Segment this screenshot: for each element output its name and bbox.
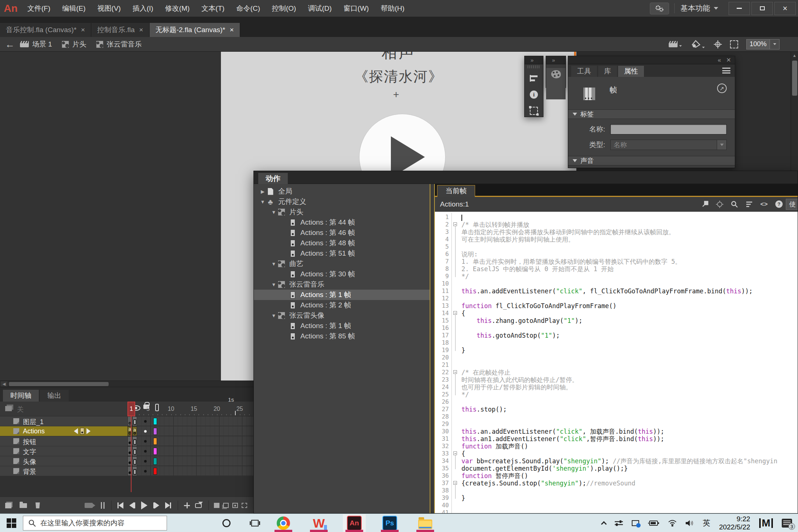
edit-scene-button[interactable] [669,41,683,47]
current-frame-tab[interactable]: 当前帧 [437,185,475,197]
frame-cell-1[interactable] [127,416,132,426]
menu-item[interactable]: 修改(M) [159,0,195,17]
breadcrumb-item[interactable]: 片头 [62,40,86,49]
insert-frame-button[interactable] [184,502,190,508]
tree-down-arrow-icon[interactable]: ▼ [259,199,266,205]
next-keyframe-icon[interactable] [86,428,91,434]
go-to-first-frame-button[interactable] [117,502,123,509]
menu-item[interactable]: 调试(D) [302,0,337,17]
tree-item[interactable]: ▼曲艺 [254,259,430,269]
layer-outline-color[interactable] [153,468,157,475]
tree-item[interactable]: Actions : 第 1 帧 [254,290,430,300]
color-panel-button[interactable] [550,68,562,81]
pin-script-button[interactable] [701,200,709,208]
tree-down-arrow-icon[interactable]: ▼ [270,282,277,287]
tab-close-icon[interactable]: × [81,26,85,34]
label-type-select[interactable]: 名称 [610,140,727,150]
fold-toggle-icon[interactable] [453,311,457,315]
layer-outline-color[interactable] [153,438,157,445]
taskbar-app-chrome-icon[interactable] [272,514,295,532]
tree-item[interactable]: Actions : 第 30 帧 [254,269,430,279]
tree-item[interactable]: Actions : 第 44 帧 [254,217,430,228]
sync-settings-button[interactable] [650,3,669,14]
search-input[interactable] [40,519,151,527]
frame-cell-1[interactable] [127,456,132,466]
layer-depth-button[interactable] [101,502,105,509]
taskbar-clock[interactable]: 9:22 2022/5/22 [719,515,750,531]
stage-zoom-select[interactable]: 100% [746,39,780,50]
frame-cell-2[interactable]: a [132,426,137,436]
camera-button[interactable] [85,503,93,508]
layer-outline-color[interactable] [153,418,157,425]
workspace-switcher[interactable]: 基本功能 [674,3,718,13]
sound-section-header[interactable]: 声音 [568,156,735,166]
notification-center-button[interactable]: 3 [782,519,792,528]
frame-cell-2[interactable] [132,466,137,476]
loop-playback-button[interactable] [195,503,202,508]
timeline-tab-输出[interactable]: 输出 [40,390,69,402]
minimize-button[interactable] [729,2,750,15]
layer-lock-dot[interactable] [144,430,147,433]
label-section-header[interactable]: 标签 [568,109,735,119]
menu-item[interactable]: 文本(T) [195,0,230,17]
menu-item[interactable]: 帮助(H) [375,0,410,17]
panel-tab-库[interactable]: 库 [598,66,617,77]
frame-label-name-input[interactable] [610,124,727,134]
fold-toggle-icon[interactable] [453,222,457,226]
menu-item[interactable]: 编辑(E) [56,0,91,17]
speaker-icon[interactable] [686,520,694,526]
actions-panel-tab[interactable]: 动作 [258,173,288,184]
vertical-scroll-thumb[interactable] [792,61,797,96]
type-dropdown-button[interactable] [717,140,726,150]
menu-item[interactable]: 视图(V) [92,0,127,17]
frame-cell-2[interactable] [132,446,137,456]
onion-skin-outline-button[interactable] [223,503,229,508]
layer-outline-color[interactable] [153,448,157,455]
frame-cell-1[interactable] [127,446,132,456]
timeline-layer-row[interactable]: 按钮 [0,436,255,446]
playhead[interactable]: 1 [127,402,135,416]
tree-down-arrow-icon[interactable]: ▼ [270,209,277,215]
modify-markers-button[interactable] [242,503,247,508]
task-view-button[interactable] [251,520,259,526]
taskbar-app-photoshop-icon[interactable]: Ps [378,514,401,532]
code-lines[interactable]: /* 单击以转到帧并播放单击指定的元件实例会将播放头移动到时间轴中的指定帧并继续… [458,213,798,513]
cortana-button[interactable] [222,519,231,527]
scroll-left-icon[interactable]: ◀ [1,381,7,386]
clip-content-button[interactable] [730,40,738,48]
document-tab[interactable]: 音乐控制.fla (Canvas)*× [0,23,91,37]
fold-toggle-icon[interactable] [453,451,457,455]
help-button[interactable]: ? [775,200,783,208]
delete-layer-button[interactable] [35,502,40,508]
tray-overflow-button[interactable] [601,521,607,527]
scroll-up-icon[interactable]: ▲ [791,52,798,59]
tree-item[interactable]: ▶全局 [254,186,430,197]
panel-splitter[interactable] [430,184,435,513]
menu-item[interactable]: 命令(C) [231,0,266,17]
frame-cell-2[interactable] [132,416,137,426]
code-area[interactable]: 1234567891011121314151617181920212223242… [435,213,798,513]
sync-device-icon[interactable] [632,520,639,526]
mathtype-tray-icon[interactable]: M [759,518,773,528]
layer-outline-color[interactable] [153,458,157,465]
menu-item[interactable]: 窗口(W) [338,0,375,17]
timeline-layer-row[interactable]: 头像 [0,456,255,466]
settings-sliders-icon[interactable] [615,519,623,527]
tree-item[interactable]: Actions : 第 46 帧 [254,228,430,238]
zoom-dropdown-button[interactable] [770,40,779,49]
align-panel-button[interactable] [528,72,540,85]
frame-cell-2[interactable] [132,456,137,466]
expand-dock-button[interactable]: » [546,56,566,64]
frame-cell-1[interactable] [127,436,132,446]
breadcrumb-item[interactable]: 场景 1 [20,40,52,49]
close-button[interactable]: × [774,2,796,15]
start-button[interactable] [7,518,16,528]
tree-item[interactable]: Actions : 第 2 帧 [254,300,430,310]
layer-lock-dot[interactable] [144,460,147,463]
step-forward-button[interactable] [153,502,159,509]
tab-close-icon[interactable]: × [139,26,143,34]
timeline-layer-row[interactable]: Actionsaa [0,426,255,436]
find-button[interactable] [730,200,739,208]
layer-lock-dot[interactable] [144,440,147,443]
document-tab[interactable]: 无标题-2.fla (Canvas)*× [150,23,240,37]
